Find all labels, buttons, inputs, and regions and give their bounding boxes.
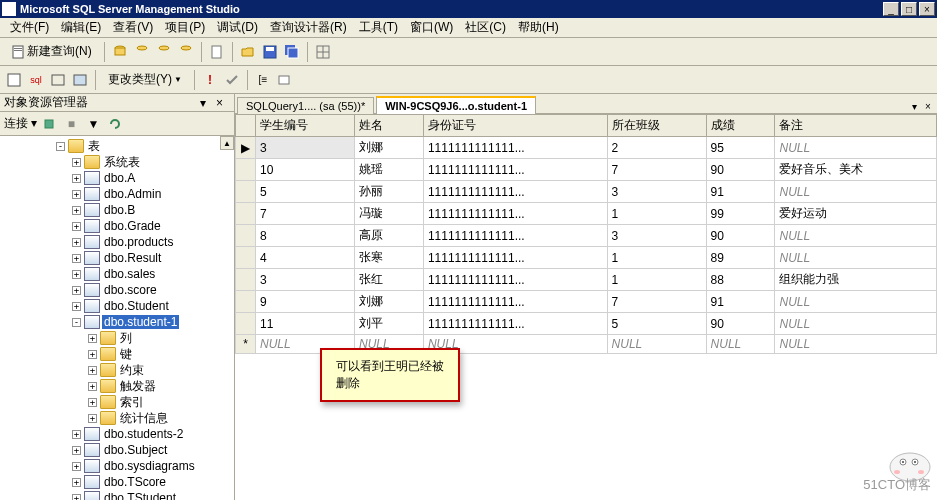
cell-null[interactable]: NULL — [607, 335, 706, 354]
menu-file[interactable]: 文件(F) — [4, 17, 55, 38]
new-row-indicator[interactable]: * — [236, 335, 256, 354]
cell-id[interactable]: 5 — [256, 181, 355, 203]
expand-icon[interactable]: + — [72, 478, 81, 487]
tree-students2[interactable]: dbo.students-2 — [102, 427, 185, 441]
table-row[interactable]: 5孙丽1111111111111...391NULL — [236, 181, 937, 203]
row-header[interactable] — [236, 181, 256, 203]
db-icon2-button[interactable] — [132, 42, 152, 62]
cell-class[interactable]: 1 — [607, 203, 706, 225]
cell-class[interactable]: 7 — [607, 159, 706, 181]
cell-class[interactable]: 3 — [607, 181, 706, 203]
cell-idcard[interactable]: 1111111111111... — [423, 137, 607, 159]
table-row[interactable]: 9刘娜1111111111111...791NULL — [236, 291, 937, 313]
cell-class[interactable]: 3 — [607, 225, 706, 247]
cell-id[interactable]: 3 — [256, 269, 355, 291]
cell-name[interactable]: 张红 — [354, 269, 423, 291]
cell-null[interactable]: NULL — [706, 335, 775, 354]
db-icon4-button[interactable] — [176, 42, 196, 62]
cell-idcard[interactable]: 1111111111111... — [423, 181, 607, 203]
execute-button[interactable]: ! — [200, 70, 220, 90]
row-header[interactable] — [236, 247, 256, 269]
tree-stat[interactable]: 统计信息 — [118, 410, 170, 427]
row-header[interactable] — [236, 291, 256, 313]
cell-null[interactable]: NULL — [775, 335, 937, 354]
cell-class[interactable]: 1 — [607, 269, 706, 291]
table-row[interactable]: 8高原1111111111111...390NULL — [236, 225, 937, 247]
expand-icon[interactable]: + — [72, 494, 81, 501]
addtable-button[interactable] — [275, 70, 295, 90]
cell-score[interactable]: 89 — [706, 247, 775, 269]
expand-icon[interactable]: + — [88, 382, 97, 391]
cell-score[interactable]: 88 — [706, 269, 775, 291]
table-row[interactable]: 11刘平1111111111111...590NULL — [236, 313, 937, 335]
menu-debug[interactable]: 调试(D) — [211, 17, 264, 38]
cell-score[interactable]: 90 — [706, 313, 775, 335]
save-button[interactable] — [260, 42, 280, 62]
table-row[interactable]: ▶3刘娜1111111111111...295NULL — [236, 137, 937, 159]
menu-community[interactable]: 社区(C) — [459, 17, 512, 38]
tree-a[interactable]: dbo.A — [102, 171, 137, 185]
connect-button[interactable]: 连接 ▾ — [4, 115, 37, 132]
cell-class[interactable]: 2 — [607, 137, 706, 159]
tree-products[interactable]: dbo.products — [102, 235, 175, 249]
cell-name[interactable]: 孙丽 — [354, 181, 423, 203]
tree-subject[interactable]: dbo.Subject — [102, 443, 169, 457]
col-score[interactable]: 成绩 — [706, 115, 775, 137]
tree-systables[interactable]: 系统表 — [102, 154, 142, 171]
cell-class[interactable]: 1 — [607, 247, 706, 269]
expand-icon[interactable]: + — [72, 270, 81, 279]
expand-icon[interactable]: + — [72, 190, 81, 199]
new-query-button[interactable]: 新建查询(N) — [4, 40, 99, 63]
tree-col[interactable]: 列 — [118, 330, 134, 347]
tree-key[interactable]: 键 — [118, 346, 134, 363]
expand-icon[interactable]: + — [88, 334, 97, 343]
verify-button[interactable] — [222, 70, 242, 90]
table-row[interactable]: 3张红1111111111111...188组织能力强 — [236, 269, 937, 291]
cell-id[interactable]: 9 — [256, 291, 355, 313]
collapse-icon[interactable]: - — [56, 142, 65, 151]
menu-designer[interactable]: 查询设计器(R) — [264, 17, 353, 38]
menu-help[interactable]: 帮助(H) — [512, 17, 565, 38]
cell-score[interactable]: 90 — [706, 225, 775, 247]
filter-icon[interactable]: ▼ — [83, 114, 103, 134]
tab-student1[interactable]: WIN-9CSQ9J6...o.student-1 — [376, 96, 536, 114]
col-idcard[interactable]: 身份证号 — [423, 115, 607, 137]
cell-idcard[interactable]: 1111111111111... — [423, 269, 607, 291]
change-type-button[interactable]: 更改类型(Y) ▼ — [101, 68, 189, 91]
cell-score[interactable]: 99 — [706, 203, 775, 225]
cell-id[interactable]: 7 — [256, 203, 355, 225]
col-remark[interactable]: 备注 — [775, 115, 937, 137]
tab-close-icon[interactable]: × — [921, 99, 935, 113]
row-header[interactable] — [236, 313, 256, 335]
menu-view[interactable]: 查看(V) — [107, 17, 159, 38]
menu-edit[interactable]: 编辑(E) — [55, 17, 107, 38]
tree-trigger[interactable]: 触发器 — [118, 378, 158, 395]
cell-remark[interactable]: NULL — [775, 225, 937, 247]
cell-remark[interactable]: NULL — [775, 181, 937, 203]
cell-remark[interactable]: NULL — [775, 137, 937, 159]
expand-icon[interactable]: + — [72, 158, 81, 167]
col-id[interactable]: 学生编号 — [256, 115, 355, 137]
expand-icon[interactable]: + — [72, 238, 81, 247]
expand-icon[interactable]: + — [72, 446, 81, 455]
row-header[interactable] — [236, 203, 256, 225]
tree-sysdiagrams[interactable]: dbo.sysdiagrams — [102, 459, 197, 473]
tree-tstudent[interactable]: dbo.TStudent — [102, 491, 178, 500]
tab-dropdown-icon[interactable]: ▾ — [907, 99, 921, 113]
tree-constraint[interactable]: 约束 — [118, 362, 146, 379]
cell-name[interactable]: 高原 — [354, 225, 423, 247]
results-button[interactable] — [70, 70, 90, 90]
cell-name[interactable]: 刘平 — [354, 313, 423, 335]
new-file-button[interactable] — [207, 42, 227, 62]
expand-icon[interactable]: + — [88, 366, 97, 375]
tree-result[interactable]: dbo.Result — [102, 251, 163, 265]
data-grid[interactable]: 学生编号 姓名 身份证号 所在班级 成绩 备注 ▶3刘娜111111111111… — [235, 114, 937, 500]
db-icon-button[interactable] — [110, 42, 130, 62]
expand-icon[interactable]: + — [72, 254, 81, 263]
scroll-up-button[interactable]: ▲ — [220, 136, 234, 150]
cell-idcard[interactable]: 1111111111111... — [423, 225, 607, 247]
table-row[interactable]: 10姚瑶1111111111111...790爱好音乐、美术 — [236, 159, 937, 181]
tree-index[interactable]: 索引 — [118, 394, 146, 411]
expand-icon[interactable]: + — [72, 174, 81, 183]
cell-idcard[interactable]: 1111111111111... — [423, 313, 607, 335]
